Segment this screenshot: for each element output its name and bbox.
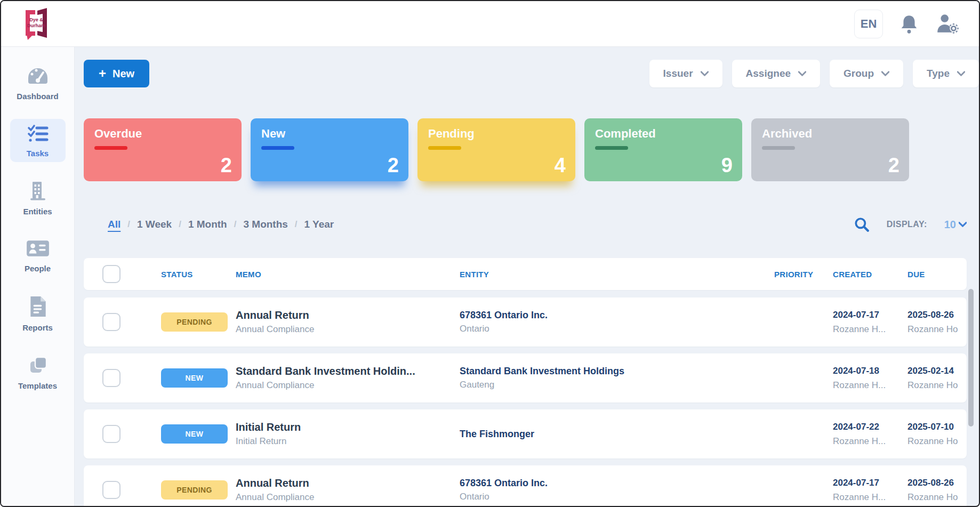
entity-name[interactable]: Standard Bank Investment Holdings bbox=[460, 364, 774, 378]
card-count: 2 bbox=[888, 154, 899, 177]
row-checkbox[interactable] bbox=[102, 313, 121, 331]
list-filter-row: All / 1 Week / 1 Month / 3 Months / 1 Ye… bbox=[84, 216, 967, 232]
card-accent-bar bbox=[595, 146, 628, 150]
status-card-new[interactable]: New 2 bbox=[251, 118, 408, 181]
due-assignee: Rozanne Ho bbox=[907, 378, 967, 392]
notifications-bell-icon[interactable] bbox=[899, 14, 919, 34]
issuer-filter-button[interactable]: Issuer bbox=[649, 60, 722, 87]
card-title: Archived bbox=[762, 127, 898, 141]
row-checkbox[interactable] bbox=[102, 481, 121, 499]
time-filter-1-month[interactable]: 1 Month bbox=[188, 219, 227, 230]
time-filter-3-months[interactable]: 3 Months bbox=[243, 219, 287, 230]
type-filter-button[interactable]: Type bbox=[913, 60, 979, 87]
filter-label: Type bbox=[927, 68, 950, 79]
toolbar: + New Issuer Assignee bbox=[84, 60, 979, 87]
gauge-icon bbox=[26, 65, 50, 88]
id-card-icon bbox=[26, 238, 50, 261]
row-checkbox[interactable] bbox=[102, 369, 121, 387]
separator: / bbox=[234, 219, 237, 230]
created-by: Rozanne H... bbox=[833, 434, 907, 448]
table-row[interactable]: NEW Initial Return Initial Return The Fi… bbox=[84, 409, 967, 458]
sidebar-item-entities[interactable]: Entities bbox=[10, 176, 66, 220]
status-badge: NEW bbox=[161, 368, 228, 388]
time-filter-all[interactable]: All bbox=[108, 219, 121, 230]
assignee-filter-button[interactable]: Assignee bbox=[732, 60, 820, 87]
select-all-checkbox[interactable] bbox=[102, 265, 121, 283]
status-card-overdue[interactable]: Overdue 2 bbox=[84, 118, 242, 181]
vertical-scrollbar[interactable] bbox=[968, 289, 974, 426]
table-row[interactable]: PENDING Annual Return Annual Compliance … bbox=[84, 297, 967, 347]
memo-title[interactable]: Standard Bank Investment Holdin... bbox=[236, 364, 460, 379]
table-rows: PENDING Annual Return Annual Compliance … bbox=[84, 297, 967, 506]
filter-buttons: Issuer Assignee Group bbox=[649, 60, 979, 87]
due-assignee: Rozanne Ho bbox=[907, 490, 967, 504]
status-badge: PENDING bbox=[161, 312, 228, 332]
card-title: Completed bbox=[595, 127, 732, 141]
user-settings-icon[interactable] bbox=[935, 13, 961, 35]
logo-text-line2: Durham bbox=[27, 23, 45, 28]
created-date: 2024-07-17 bbox=[833, 476, 907, 490]
separator: / bbox=[179, 219, 181, 230]
filter-label: Issuer bbox=[663, 68, 693, 79]
due-date: 2025-08-26 bbox=[907, 476, 967, 490]
app-header: Dye & Durham EN bbox=[1, 1, 979, 47]
language-button[interactable]: EN bbox=[854, 10, 883, 38]
checklist-icon bbox=[26, 123, 50, 146]
status-cards: Overdue 2 New 2 Pending 4 Completed bbox=[84, 118, 967, 181]
due-date: 2025-07-10 bbox=[907, 420, 967, 434]
sidebar: Dashboard Tasks bbox=[1, 47, 75, 506]
sidebar-label: Dashboard bbox=[17, 92, 58, 101]
due-date: 2025-08-26 bbox=[907, 308, 967, 322]
filter-label: Assignee bbox=[746, 68, 791, 79]
sidebar-label: Entities bbox=[23, 207, 52, 216]
column-header-due[interactable]: DUE bbox=[907, 270, 967, 279]
display-label: DISPLAY: bbox=[887, 220, 927, 229]
status-card-archived[interactable]: Archived 2 bbox=[751, 118, 909, 181]
sidebar-item-templates[interactable]: Templates bbox=[10, 350, 66, 395]
memo-title[interactable]: Initial Return bbox=[236, 420, 460, 434]
chevron-down-icon bbox=[701, 71, 709, 76]
created-by: Rozanne H... bbox=[833, 490, 907, 504]
entity-name[interactable]: 678361 Ontario Inc. bbox=[460, 476, 774, 490]
table-row[interactable]: PENDING Annual Return Annual Compliance … bbox=[84, 465, 967, 506]
dye-durham-logo[interactable]: Dye & Durham bbox=[19, 6, 53, 42]
table-row[interactable]: NEW Standard Bank Investment Holdin... A… bbox=[84, 353, 967, 403]
time-filter-1-year[interactable]: 1 Year bbox=[304, 219, 334, 230]
search-icon[interactable] bbox=[854, 216, 870, 232]
list-controls: DISPLAY: 10 bbox=[854, 216, 967, 232]
sidebar-item-reports[interactable]: Reports bbox=[10, 291, 66, 336]
card-accent-bar bbox=[762, 146, 795, 150]
task-table: STATUS MEMO ENTITY PRIORITY CREATED DUE … bbox=[84, 258, 967, 506]
status-card-completed[interactable]: Completed 9 bbox=[584, 118, 742, 181]
sidebar-item-tasks[interactable]: Tasks bbox=[10, 119, 66, 162]
time-filter: All / 1 Week / 1 Month / 3 Months / 1 Ye… bbox=[108, 219, 334, 230]
column-header-memo[interactable]: MEMO bbox=[236, 270, 460, 279]
memo-title[interactable]: Annual Return bbox=[236, 308, 460, 323]
created-date: 2024-07-18 bbox=[833, 364, 907, 378]
display-count-select[interactable]: 10 bbox=[944, 219, 967, 231]
entity-jurisdiction: Ontario bbox=[460, 490, 774, 504]
memo-title[interactable]: Annual Return bbox=[236, 476, 460, 490]
sidebar-item-people[interactable]: People bbox=[10, 234, 66, 277]
row-checkbox[interactable] bbox=[102, 425, 121, 443]
chevron-down-icon bbox=[798, 71, 806, 76]
column-header-status[interactable]: STATUS bbox=[161, 270, 236, 279]
group-filter-button[interactable]: Group bbox=[830, 60, 903, 87]
created-by: Rozanne H... bbox=[833, 322, 907, 336]
chevron-down-icon bbox=[881, 71, 889, 76]
due-assignee: Rozanne Ho bbox=[907, 322, 967, 336]
column-header-created[interactable]: CREATED bbox=[833, 270, 907, 279]
new-task-button[interactable]: + New bbox=[84, 60, 149, 87]
separator: / bbox=[127, 219, 130, 230]
created-date: 2024-07-22 bbox=[833, 420, 907, 434]
column-header-priority[interactable]: PRIORITY bbox=[774, 270, 833, 279]
time-filter-1-week[interactable]: 1 Week bbox=[137, 219, 172, 230]
entity-name[interactable]: 678361 Ontario Inc. bbox=[460, 308, 774, 322]
card-count: 9 bbox=[721, 154, 733, 177]
templates-icon bbox=[27, 355, 49, 378]
sidebar-item-dashboard[interactable]: Dashboard bbox=[10, 61, 66, 105]
column-header-entity[interactable]: ENTITY bbox=[460, 270, 774, 279]
entity-name[interactable]: The Fishmonger bbox=[460, 427, 774, 441]
status-card-pending[interactable]: Pending 4 bbox=[417, 118, 575, 181]
sidebar-label: Tasks bbox=[27, 149, 49, 158]
